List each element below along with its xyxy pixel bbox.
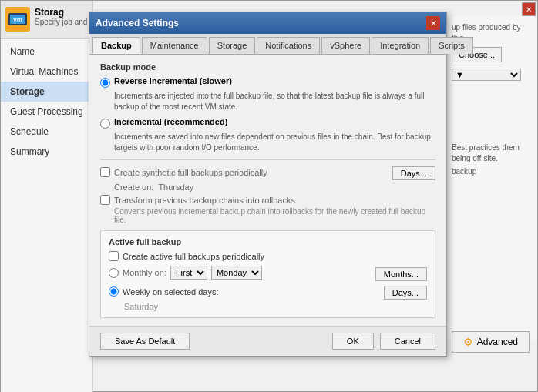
rollbacks-desc: Converts previous incremental backup cha… (114, 207, 435, 224)
gear-icon: ⚙ (463, 336, 473, 348)
tab-vsphere[interactable]: vSphere (321, 37, 370, 54)
weekly-radio[interactable] (109, 286, 119, 297)
active-full-backup-section: Active full backup Create active full ba… (100, 230, 435, 318)
sidebar-desc: Specify job and (35, 18, 87, 26)
advanced-btn-container: ⚙ Advanced (452, 331, 530, 353)
advanced-settings-dialog: Advanced Settings ✕ Backup Maintenance S… (89, 12, 447, 357)
active-full-checkbox[interactable] (109, 251, 119, 261)
tab-storage[interactable]: Storage (209, 37, 256, 54)
sidebar-header-text: Storag Specify job and (35, 7, 87, 26)
monthly-options: Monthly on: First Monday (109, 266, 262, 280)
sidebar-item-name[interactable]: Name (1, 42, 92, 62)
transform-checkbox[interactable] (100, 195, 110, 205)
active-full-label: Create active full backups periodically (123, 252, 264, 261)
sidebar-title: Storag (35, 7, 87, 18)
sidebar-item-virtual-machines[interactable]: Virtual Machines (1, 62, 92, 82)
backup-mode-label: Backup mode (100, 62, 435, 72)
tab-bar: Backup Maintenance Storage Notifications… (89, 34, 446, 55)
create-on-value: Thursday (158, 183, 193, 192)
create-on-label: Create on: (114, 183, 153, 192)
weekly-radio-row: Weekly on selected days: (109, 286, 219, 297)
sidebar-header: vm Storag Specify job and (1, 1, 92, 39)
sidebar: vm Storag Specify job and Name Virtual M… (1, 1, 93, 392)
tab-scripts[interactable]: Scripts (430, 37, 473, 54)
saturday-label: Saturday (124, 302, 427, 311)
days-button-1[interactable]: Days... (392, 166, 435, 180)
days-button-2[interactable]: Days... (384, 286, 427, 300)
tab-integration[interactable]: Integration (372, 37, 429, 54)
monthly-radio[interactable] (109, 268, 119, 278)
months-button[interactable]: Months... (375, 267, 427, 281)
synthetic-full-checkbox[interactable] (100, 167, 110, 177)
synthetic-full-label: Create synthetic full backups periodical… (114, 168, 267, 177)
transform-label: Transform previous backup chains into ro… (114, 196, 295, 205)
sidebar-item-storage[interactable]: Storage (1, 82, 92, 102)
synthetic-full-row: Create synthetic full backups periodical… (100, 166, 435, 180)
active-full-checkbox-row: Create active full backups periodically (109, 251, 427, 261)
sidebar-item-guest-processing[interactable]: Guest Processing (1, 102, 92, 122)
radio-reverse-label: Reverse incremental (slower) (114, 76, 232, 85)
dialog-content: Backup mode Reverse incremental (slower)… (89, 55, 446, 326)
svg-text:vm: vm (13, 16, 22, 23)
tab-maintenance[interactable]: Maintenance (142, 37, 207, 54)
monthly-day-select[interactable]: Monday (211, 266, 262, 280)
ok-button[interactable]: OK (332, 333, 374, 350)
radio-incremental-label: Incremental (recommended) (114, 117, 227, 126)
synthetic-full-checkbox-row: Create synthetic full backups periodical… (100, 167, 267, 177)
sidebar-item-summary[interactable]: Summary (1, 142, 92, 162)
active-full-backup-label: Active full backup (109, 237, 427, 246)
sidebar-item-schedule[interactable]: Schedule (1, 122, 92, 142)
dialog-footer: Save As Default OK Cancel (89, 326, 446, 356)
dialog-close-button[interactable]: ✕ (426, 16, 440, 30)
radio-reverse-desc: Increments are injected into the full ba… (114, 91, 435, 112)
right-panel-info2: Best practices them being off-site. (452, 142, 531, 164)
dialog-title: Advanced Settings (96, 18, 179, 28)
monthly-first-select[interactable]: First (170, 266, 207, 280)
radio-incremental[interactable]: Incremental (recommended) (100, 117, 435, 129)
dialog-titlebar: Advanced Settings ✕ (89, 12, 446, 34)
footer-right: OK Cancel (332, 333, 435, 350)
vm-icon: vm (5, 7, 30, 32)
create-on-row: Create on: Thursday (114, 183, 435, 192)
sidebar-nav: Name Virtual Machines Storage Guest Proc… (1, 39, 92, 165)
background-close-button[interactable]: ✕ (522, 2, 536, 16)
tab-notifications[interactable]: Notifications (257, 37, 320, 54)
radio-incremental-input[interactable] (100, 119, 110, 129)
dropdown-select[interactable]: ▼ (452, 69, 521, 81)
monthly-row: Monthly on: First Monday Months... (109, 266, 427, 283)
divider1 (100, 159, 435, 160)
radio-reverse-input[interactable] (100, 78, 110, 88)
dropdown-placeholder: ▼ (452, 69, 531, 81)
weekly-row: Weekly on selected days: Days... (109, 286, 427, 300)
weekly-label: Weekly on selected days: (123, 287, 219, 297)
radio-reverse-incremental[interactable]: Reverse incremental (slower) (100, 76, 435, 88)
tab-backup[interactable]: Backup (92, 37, 140, 54)
monthly-label: Monthly on: (123, 268, 166, 277)
transform-checkbox-row: Transform previous backup chains into ro… (100, 195, 435, 205)
right-panel: up files produced by this Choose... ▼ Be… (445, 16, 537, 340)
backup-label: backup (452, 167, 531, 176)
advanced-button-label: Advanced (477, 337, 518, 347)
save-as-default-button[interactable]: Save As Default (100, 333, 190, 350)
advanced-button[interactable]: ⚙ Advanced (452, 331, 530, 353)
cancel-button[interactable]: Cancel (380, 333, 435, 350)
radio-incremental-desc: Increments are saved into new files depe… (114, 132, 435, 153)
